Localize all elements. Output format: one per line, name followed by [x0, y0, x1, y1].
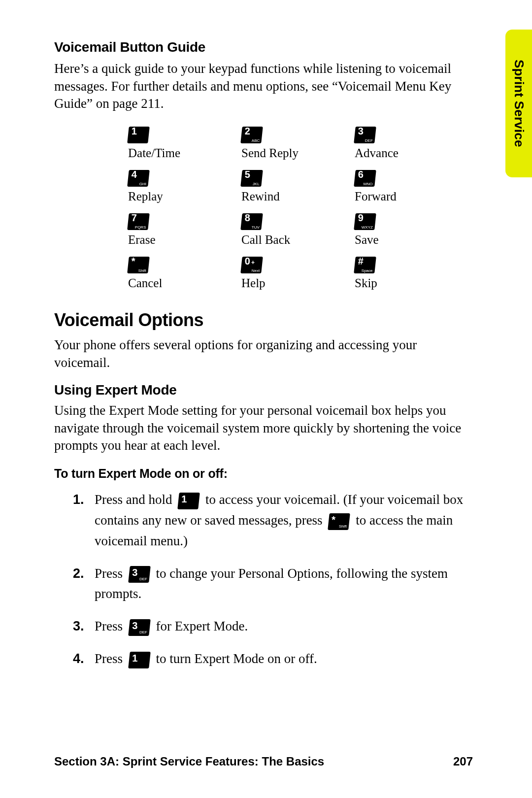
key-8: 8TUV — [240, 213, 263, 230]
keypad-cell: *ShiftCancel — [128, 257, 197, 290]
keypad-label: Forward — [355, 190, 397, 203]
keypad-label: Help — [241, 276, 266, 290]
key-6: 6MNO — [354, 170, 376, 187]
procedure-lead: To turn Expert Mode on or off: — [54, 466, 473, 481]
keypad-label: Advance — [355, 146, 399, 160]
step-number: 2. — [73, 564, 84, 584]
key-hash: #Space — [354, 257, 376, 273]
step-text: Press — [95, 651, 126, 666]
key-5: 5JKL — [240, 170, 263, 187]
procedure-step: 3.Press 3DEF for Expert Mode. — [73, 616, 473, 637]
key-star: *Shift — [127, 257, 150, 273]
keypad-cell: 7PQRSErase — [128, 213, 197, 247]
keypad-label: Skip — [355, 276, 377, 290]
keypad-cell: 2ABCSend Reply — [241, 127, 310, 160]
key-4: 4GHI — [127, 170, 150, 187]
keypad-label: Cancel — [128, 276, 162, 290]
keypad-grid: 1Date/Time2ABCSend Reply3DEFAdvance4GHIR… — [128, 127, 473, 290]
section-title-voicemail-options: Voicemail Options — [54, 310, 473, 331]
keypad-row: 1Date/Time2ABCSend Reply3DEFAdvance — [128, 127, 473, 160]
manual-page: Sprint Service Voicemail Button Guide He… — [0, 0, 532, 798]
step-text: Press and hold — [95, 492, 175, 507]
keypad-label: Date/Time — [128, 146, 180, 160]
keypad-cell: #SpaceSkip — [355, 257, 424, 290]
inline-key-3-b: 3DEF — [128, 619, 151, 636]
keypad-cell: 1Date/Time — [128, 127, 197, 160]
step-number: 4. — [73, 649, 84, 669]
keypad-cell: 5JKLRewind — [241, 170, 310, 203]
step-text: to turn Expert Mode on or off. — [153, 651, 317, 666]
side-tab-label: Sprint Service — [511, 60, 527, 147]
keypad-cell: 6MNOForward — [355, 170, 424, 203]
keypad-cell: 3DEFAdvance — [355, 127, 424, 160]
keypad-label: Replay — [128, 190, 163, 203]
key-7: 7PQRS — [127, 213, 150, 230]
footer-page-number: 207 — [453, 755, 473, 768]
key-3: 3DEF — [354, 127, 376, 143]
step-number: 1. — [73, 490, 84, 510]
keypad-label: Save — [355, 233, 379, 247]
procedure-step: 4.Press 1 to turn Expert Mode on or off. — [73, 649, 473, 669]
subsection-body-expert-mode: Using the Expert Mode setting for your p… — [54, 402, 473, 455]
step-text: for Expert Mode. — [153, 619, 248, 633]
keypad-row: *ShiftCancel0+NextHelp#SpaceSkip — [128, 257, 473, 290]
keypad-cell: 0+NextHelp — [241, 257, 310, 290]
keypad-cell: 9WXYZSave — [355, 213, 424, 247]
keypad-label: Call Back — [241, 233, 290, 247]
footer-section-label: Section 3A: Sprint Service Features: The… — [54, 755, 324, 768]
step-number: 3. — [73, 616, 84, 637]
page-footer: Section 3A: Sprint Service Features: The… — [54, 755, 473, 768]
key-0: 0+Next — [240, 257, 263, 273]
key-2: 2ABC — [240, 127, 263, 143]
section-body-voicemail-options: Your phone offers several options for or… — [54, 336, 473, 371]
side-tab: Sprint Service — [505, 30, 532, 177]
procedure-steps: 1.Press and hold 1 to access your voicem… — [73, 490, 473, 669]
section-body-button-guide: Here’s a quick guide to your keypad func… — [54, 60, 473, 113]
keypad-row: 4GHIReplay5JKLRewind6MNOForward — [128, 170, 473, 203]
keypad-cell: 8TUVCall Back — [241, 213, 310, 247]
inline-key-3-a: 3DEF — [128, 566, 151, 583]
subsection-title-expert-mode: Using Expert Mode — [54, 382, 473, 398]
key-9: 9WXYZ — [354, 213, 376, 230]
procedure-step: 1.Press and hold 1 to access your voicem… — [73, 490, 473, 552]
section-title-button-guide: Voicemail Button Guide — [54, 39, 473, 55]
keypad-label: Rewind — [241, 190, 280, 203]
step-text: Press — [95, 619, 126, 633]
key-1: 1 — [127, 127, 150, 143]
procedure-step: 2.Press 3DEF to change your Personal Opt… — [73, 564, 473, 605]
inline-key-1-a: 1 — [177, 493, 200, 509]
keypad-cell: 4GHIReplay — [128, 170, 197, 203]
keypad-label: Send Reply — [241, 146, 299, 160]
step-text: Press — [95, 566, 126, 581]
keypad-label: Erase — [128, 233, 156, 247]
inline-key-1-b: 1 — [128, 652, 151, 668]
keypad-row: 7PQRSErase8TUVCall Back9WXYZSave — [128, 213, 473, 247]
inline-key-star: *Shift — [328, 513, 351, 530]
